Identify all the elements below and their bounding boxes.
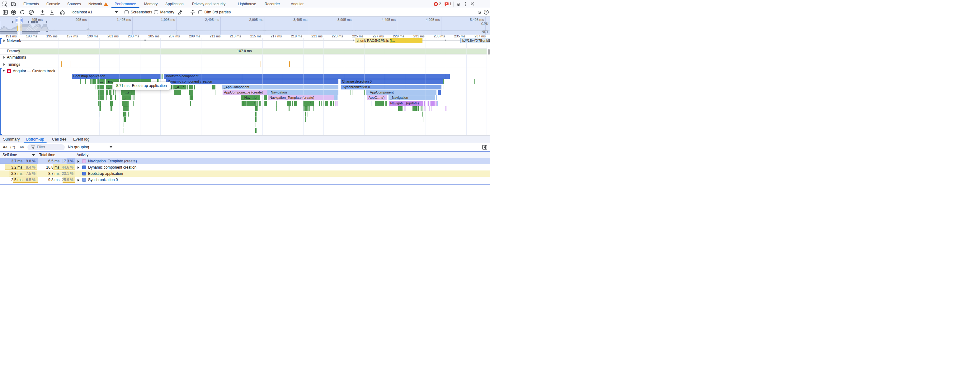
flame-bar[interactable] [409, 106, 409, 111]
flame-bar[interactable] [418, 106, 419, 111]
flame-bar[interactable] [419, 106, 419, 111]
flame-bar[interactable] [135, 95, 135, 101]
issues-badge[interactable]: 1 [444, 2, 452, 6]
screenshots-checkbox-box[interactable] [124, 10, 129, 14]
flame-bar--r[interactable]: _…r [121, 90, 132, 95]
flame-bar[interactable] [424, 101, 425, 106]
flame-bar[interactable] [116, 90, 116, 95]
flame-bar[interactable] [364, 90, 365, 95]
flame-bar[interactable] [431, 106, 432, 111]
flame-bar[interactable] [331, 101, 332, 106]
tab-application[interactable]: Application [165, 0, 184, 8]
flame-bar[interactable] [190, 101, 191, 106]
table-row[interactable]: 2.5 ms6.5 %9.8 ms25.9 %Synchronization 0 [0, 177, 490, 183]
flame-bar[interactable] [309, 106, 310, 111]
flame-bar[interactable] [133, 101, 134, 106]
flame-bar--r[interactable]: _…r [122, 95, 131, 101]
flame-bar[interactable] [304, 106, 305, 111]
flame-bar[interactable] [90, 79, 91, 84]
flame-bar-bootstrap-application[interactable]: Bootstrap application [72, 74, 161, 79]
tab-elements[interactable]: Elements [23, 0, 39, 8]
flame-bar--[interactable]: _… [106, 85, 112, 90]
flame-bar[interactable] [215, 90, 215, 95]
flame-bar-navigation-template-create-[interactable]: Navigation_Template (create) [268, 95, 334, 101]
flame-bar[interactable] [134, 95, 135, 101]
flame-bar[interactable] [128, 101, 129, 106]
flame-bar-dynamic-component-creation[interactable]: Dynamic component creation [166, 79, 338, 84]
flame-bar[interactable] [352, 90, 352, 95]
flame-bar[interactable] [189, 85, 189, 90]
flame-bar[interactable] [128, 106, 129, 111]
flame-bar[interactable] [335, 101, 337, 106]
tab-console[interactable]: Console [46, 0, 60, 8]
timings-expand-icon[interactable] [3, 63, 5, 66]
flame-bar--r[interactable]: _…r [247, 101, 256, 106]
column-activity[interactable]: Activity [76, 153, 88, 157]
flame-bar[interactable] [99, 95, 104, 101]
flame-bar[interactable] [258, 101, 258, 106]
flame-bar[interactable] [371, 101, 371, 106]
flame-bar[interactable] [124, 123, 124, 128]
tab-recorder[interactable]: Recorder [265, 0, 280, 8]
flame-bar[interactable] [313, 106, 313, 111]
close-devtools-icon[interactable] [470, 2, 475, 6]
flame-bar[interactable] [265, 101, 266, 106]
flame-bar[interactable] [189, 95, 192, 101]
flame-bar[interactable] [132, 90, 135, 95]
timings-track-label[interactable]: Timings [7, 62, 20, 67]
flame-bar[interactable] [260, 101, 261, 106]
flame-bar[interactable] [98, 90, 105, 95]
flame-bar[interactable] [124, 128, 124, 133]
flame-bar[interactable] [474, 79, 475, 84]
flame-bar[interactable] [95, 85, 96, 90]
flame-bar[interactable] [162, 74, 162, 79]
flame-bar[interactable] [443, 85, 443, 90]
flame-bar[interactable] [255, 128, 256, 133]
flame-bar[interactable] [99, 106, 101, 111]
memory-checkbox-box[interactable] [154, 10, 158, 14]
flame-bar[interactable] [309, 106, 309, 111]
flame-bar[interactable] [212, 85, 215, 90]
row-expand-icon[interactable] [78, 179, 80, 181]
details-tab-event-log[interactable]: Event log [73, 136, 89, 143]
grouping-select[interactable]: No grouping [68, 143, 89, 151]
screenshots-checkbox[interactable]: Screenshots [124, 8, 152, 16]
flame-bar[interactable] [424, 106, 426, 111]
flame-bar[interactable] [289, 106, 290, 111]
flame-bar[interactable] [422, 106, 422, 111]
flame-bar[interactable] [307, 112, 308, 117]
inspect-icon[interactable] [3, 2, 8, 7]
network-request-chip[interactable]: kJF1BvYX7BgnkS [460, 38, 490, 43]
flame-bar[interactable] [106, 90, 108, 95]
flame-bar[interactable] [128, 112, 129, 117]
help-icon[interactable]: ? [484, 8, 489, 16]
dim-checkbox-box[interactable] [198, 10, 202, 14]
flame-bar[interactable] [244, 101, 247, 106]
flame-bar[interactable] [256, 128, 256, 133]
flame-bar[interactable] [264, 95, 267, 101]
flame-bar[interactable] [420, 106, 420, 111]
flame-bar[interactable] [423, 106, 423, 111]
table-row[interactable]: 3.2 ms8.4 %16.8 ms44.6 %Dynamic componen… [0, 164, 490, 171]
timeline-overview[interactable]: 495 ms995 ms1,495 ms1,995 ms2,495 ms2,99… [0, 16, 490, 35]
flame-bar[interactable] [256, 123, 256, 128]
flame-bar[interactable] [294, 101, 297, 106]
flame-bar[interactable] [329, 101, 329, 106]
flame-bar[interactable] [426, 101, 426, 106]
flame-bar[interactable] [438, 90, 441, 95]
flame-bar[interactable] [334, 95, 337, 101]
flame-bar[interactable] [288, 106, 288, 111]
table-row[interactable]: 3.7 ms9.8 %6.5 ms17.3 %Navigation_Templa… [0, 158, 490, 164]
flame-bar[interactable] [187, 85, 187, 90]
flame-bar-appc-te-[interactable]: AppC…te) [367, 95, 387, 101]
match-whole-word-button[interactable]: ab [20, 143, 24, 151]
tab-network[interactable]: Network [88, 0, 108, 8]
network-track-label[interactable]: Network [7, 38, 21, 43]
reload-record-icon[interactable] [20, 8, 25, 16]
flame-bar[interactable] [385, 101, 385, 106]
flame-bar[interactable] [330, 101, 331, 106]
flame-bar[interactable] [437, 101, 438, 106]
flame-bar[interactable] [444, 85, 444, 90]
flame-bar[interactable] [174, 90, 181, 95]
flame-bar[interactable] [79, 79, 79, 84]
